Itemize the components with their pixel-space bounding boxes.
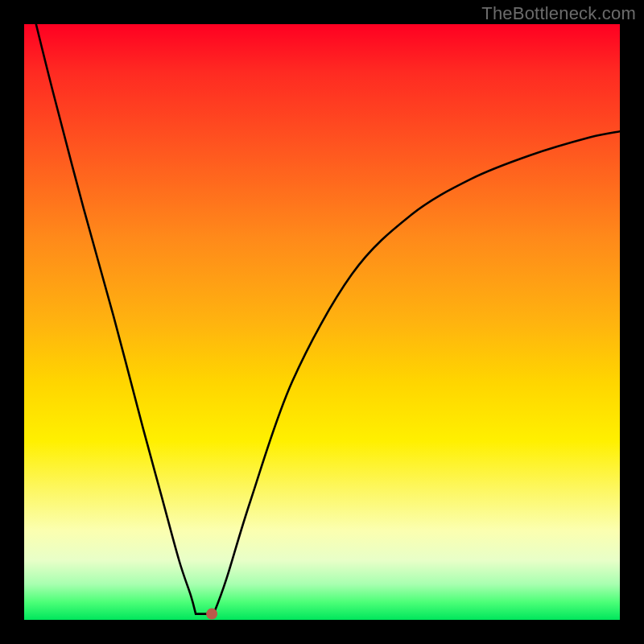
minimum-marker [206,609,217,620]
plot-area [24,24,620,620]
chart-frame: TheBottleneck.com [0,0,644,644]
bottleneck-curve [36,24,620,614]
attribution-text: TheBottleneck.com [481,3,636,24]
plot-svg [24,24,620,620]
